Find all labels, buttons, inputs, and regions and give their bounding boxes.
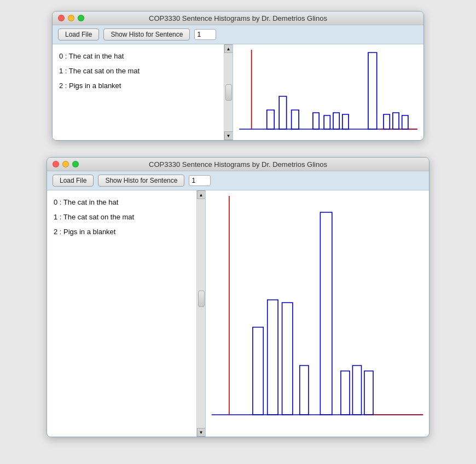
svg-rect-4 xyxy=(279,96,286,129)
load-file-button-small[interactable]: Load File xyxy=(58,28,99,40)
histogram-area-small xyxy=(233,44,423,140)
histogram-svg-large xyxy=(206,190,429,437)
svg-rect-8 xyxy=(333,113,339,129)
svg-rect-12 xyxy=(393,113,399,129)
svg-rect-17 xyxy=(253,327,263,415)
scroll-down-small[interactable]: ▼ xyxy=(224,131,233,140)
sentence-item-1-small: 1 : The cat sat on the mat xyxy=(57,63,228,78)
scroll-down-large[interactable]: ▼ xyxy=(197,428,206,437)
sentence-item-2-large: 2 : Pigs in a blanket xyxy=(51,224,201,239)
svg-rect-21 xyxy=(320,212,332,415)
load-file-button-large[interactable]: Load File xyxy=(53,175,94,187)
close-button-large[interactable] xyxy=(53,161,59,167)
svg-rect-6 xyxy=(313,113,319,129)
content-area-large: 0 : The cat in the hat 1 : The cat sat o… xyxy=(47,190,429,437)
histogram-svg-small xyxy=(233,44,423,140)
sentence-item-0-large: 0 : The cat in the hat xyxy=(51,195,201,210)
toolbar-large: Load File Show Histo for Sentence xyxy=(47,171,429,190)
sentence-list-large: 0 : The cat in the hat 1 : The cat sat o… xyxy=(47,190,206,437)
scroll-track-small[interactable] xyxy=(225,54,233,131)
scroll-thumb-large[interactable] xyxy=(198,291,205,307)
large-window: COP3330 Sentence Histograms by Dr. Demet… xyxy=(47,157,429,437)
svg-rect-10 xyxy=(368,53,377,129)
svg-rect-11 xyxy=(384,114,390,129)
scrollbar-large[interactable]: ▲ ▼ xyxy=(196,190,205,437)
svg-rect-23 xyxy=(352,366,361,415)
traffic-lights-large xyxy=(53,161,79,167)
svg-rect-5 xyxy=(292,110,299,129)
scroll-up-small[interactable]: ▲ xyxy=(224,44,233,53)
small-window: COP3330 Sentence Histograms by Dr. Demet… xyxy=(52,11,424,141)
close-button-small[interactable] xyxy=(58,15,65,21)
window-title-small: COP3330 Sentence Histograms by Dr. Demet… xyxy=(149,14,327,22)
svg-rect-9 xyxy=(343,114,349,129)
scrollbar-small[interactable]: ▲ ▼ xyxy=(224,44,233,140)
title-bar-large: COP3330 Sentence Histograms by Dr. Demet… xyxy=(47,158,429,171)
toolbar-small: Load File Show Histo for Sentence xyxy=(53,25,423,44)
traffic-lights-small xyxy=(58,15,84,21)
svg-rect-19 xyxy=(282,303,293,415)
svg-rect-7 xyxy=(324,115,330,129)
minimize-button-large[interactable] xyxy=(62,161,69,167)
show-histo-button-large[interactable]: Show Histo for Sentence xyxy=(98,175,184,187)
content-area-small: 0 : The cat in the hat 1 : The cat sat o… xyxy=(53,44,423,140)
histogram-area-large xyxy=(206,190,429,437)
scroll-up-large[interactable]: ▲ xyxy=(197,190,206,199)
sentence-number-input-large[interactable] xyxy=(189,175,211,186)
sentence-list-small: 0 : The cat in the hat 1 : The cat sat o… xyxy=(53,44,233,140)
minimize-button-small[interactable] xyxy=(68,15,74,21)
title-bar-small: COP3330 Sentence Histograms by Dr. Demet… xyxy=(53,11,423,25)
scroll-track-large[interactable] xyxy=(198,200,205,427)
svg-rect-20 xyxy=(300,366,309,415)
window-title-large: COP3330 Sentence Histograms by Dr. Demet… xyxy=(149,160,327,169)
sentence-item-2-small: 2 : Pigs in a blanket xyxy=(57,78,228,93)
sentence-number-input-small[interactable] xyxy=(194,29,216,40)
svg-rect-13 xyxy=(402,115,408,129)
show-histo-button-small[interactable]: Show Histo for Sentence xyxy=(103,28,190,40)
sentence-item-0-small: 0 : The cat in the hat xyxy=(57,49,228,63)
scroll-thumb-small[interactable] xyxy=(225,84,232,101)
sentence-item-1-large: 1 : The cat sat on the mat xyxy=(51,210,201,224)
svg-rect-3 xyxy=(267,110,274,129)
maximize-button-large[interactable] xyxy=(72,161,79,167)
svg-rect-18 xyxy=(268,300,278,415)
svg-rect-22 xyxy=(341,371,350,415)
maximize-button-small[interactable] xyxy=(78,15,84,21)
svg-rect-24 xyxy=(364,371,373,415)
